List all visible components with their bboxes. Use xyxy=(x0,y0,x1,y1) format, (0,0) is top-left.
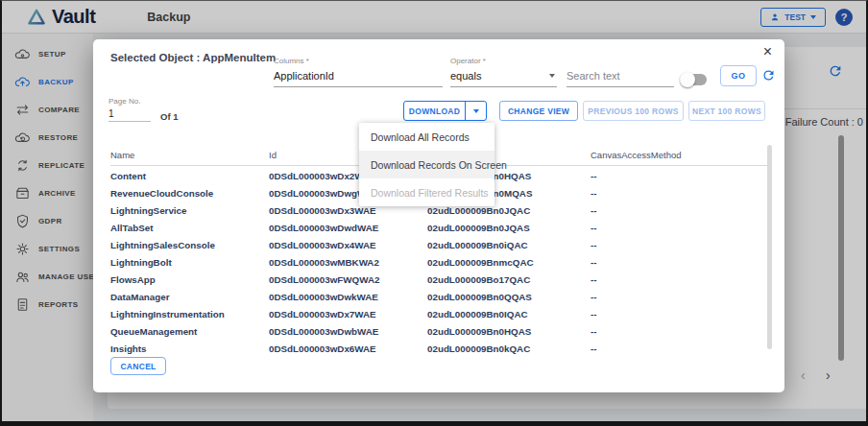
cell-id: 0DSdL000003wDx4WAE xyxy=(269,240,376,250)
cell-canvasaccessmethod: -- xyxy=(591,240,597,250)
cell-id: 0DSdL000003wDwbWAE xyxy=(269,326,378,337)
cell-applicationid: 02udL000009Bn0kQAC xyxy=(427,343,530,354)
cell-canvasaccessmethod: -- xyxy=(591,326,597,337)
cell-name: DataManager xyxy=(110,292,170,302)
cell-id: 0DSdL000003wDx3WAE xyxy=(269,205,376,216)
close-icon[interactable]: × xyxy=(763,44,772,59)
cell-name: LightningBolt xyxy=(110,257,172,268)
selected-object-modal: Selected Object : AppMenuItem × Columns … xyxy=(93,39,784,392)
change-view-button[interactable]: CHANGE VIEW xyxy=(499,101,578,121)
download-menu-item-label: Download All Records xyxy=(371,131,470,143)
chevron-down-icon xyxy=(473,109,479,113)
cell-applicationid: 02udL000009Bn0QQAS xyxy=(427,292,532,302)
table-row[interactable]: LightningSalesConsole 0DSdL000003wDx4WAE… xyxy=(110,237,771,254)
download-menu-item[interactable]: Download Records On Screen xyxy=(359,151,494,178)
previous-100-rows-button[interactable]: PREVIOUS 100 ROWS xyxy=(583,101,684,121)
table-row[interactable]: DataManager 0DSdL000003wDwkWAE 02udL0000… xyxy=(110,289,771,306)
cell-name: QueueManagement xyxy=(110,326,197,337)
cell-canvasaccessmethod: -- xyxy=(591,309,597,320)
table-row[interactable]: LightningInstrumentation 0DSdL000003wDx7… xyxy=(110,306,771,323)
search-input[interactable] xyxy=(567,66,674,87)
app-window: Vault Backup TEST ? SETUP xyxy=(0,0,868,426)
cell-name: LightningInstrumentation xyxy=(110,309,225,320)
page-no-label: Page No. xyxy=(108,97,178,106)
download-menu-item[interactable]: Download All Records xyxy=(359,123,494,151)
operator-label: Operator * xyxy=(450,57,557,66)
modal-title: Selected Object : AppMenuItem xyxy=(110,52,276,63)
cell-applicationid: 02udL000009Bn0JQAC xyxy=(427,205,530,216)
download-menu-item-label: Download Records On Screen xyxy=(371,159,507,171)
chevron-down-icon xyxy=(549,74,555,78)
cell-applicationid: 02udL000009Bo17QAC xyxy=(427,274,530,285)
cell-canvasaccessmethod: -- xyxy=(591,188,597,199)
cell-id: 0DSdL000003wFWQWA2 xyxy=(269,274,379,285)
download-menu-item[interactable]: Download Filtered Results xyxy=(359,178,494,206)
download-menu-toggle[interactable] xyxy=(465,102,486,120)
table-row[interactable]: LightningBolt 0DSdL000003wMBKWA2 02udL00… xyxy=(110,254,771,272)
cell-applicationid: 02udL000009Bn0iQAC xyxy=(427,240,528,250)
header-canvasaccessmethod: CanvasAccessMethod xyxy=(591,150,682,160)
cell-name: RevenueCloudConsole xyxy=(110,188,213,199)
page-number-input[interactable]: 1 xyxy=(108,108,151,122)
toggle-knob xyxy=(680,72,695,87)
cell-name: AllTabSet xyxy=(110,223,153,233)
cancel-button[interactable]: CANCEL xyxy=(110,357,166,375)
cell-canvasaccessmethod: -- xyxy=(591,292,597,302)
search-field xyxy=(567,57,674,87)
operator-field[interactable]: Operator * equals xyxy=(450,57,557,87)
cell-canvasaccessmethod: -- xyxy=(591,257,597,268)
page-of-label: Of 1 xyxy=(160,111,178,122)
cell-name: FlowsApp xyxy=(110,274,156,285)
operator-value: equals xyxy=(450,70,481,82)
header-id: Id xyxy=(269,150,277,160)
cell-id: 0DSdL000003wDwdWAE xyxy=(269,223,378,233)
cell-canvasaccessmethod: -- xyxy=(591,171,597,181)
columns-label: Columns * xyxy=(274,57,443,66)
download-label: DOWNLOAD xyxy=(404,106,465,116)
cell-id: 0DSdL000003wMBKWA2 xyxy=(269,257,379,268)
columns-field[interactable]: Columns * ApplicationId xyxy=(274,57,443,87)
table-row[interactable]: QueueManagement 0DSdL000003wDwbWAE 02udL… xyxy=(110,323,771,341)
cell-canvasaccessmethod: -- xyxy=(591,205,597,216)
cell-canvasaccessmethod: -- xyxy=(591,343,597,354)
cell-id: 0DSdL000003wDx7WAE xyxy=(269,309,376,320)
filter-toggle[interactable] xyxy=(682,74,707,85)
cell-name: Content xyxy=(110,171,146,181)
columns-value: ApplicationId xyxy=(274,70,334,82)
modal-refresh-button[interactable] xyxy=(761,68,776,86)
next-100-rows-button[interactable]: NEXT 100 ROWS xyxy=(688,101,765,121)
page-number-block: Page No. 1 Of 1 xyxy=(108,97,178,122)
header-name: Name xyxy=(110,150,134,160)
table-row[interactable]: Insights 0DSdL000003wDx6WAE 02udL000009B… xyxy=(110,341,771,358)
cell-applicationid: 02udL000009Bn0IQAC xyxy=(427,309,528,320)
cell-canvasaccessmethod: -- xyxy=(591,223,597,233)
download-button[interactable]: DOWNLOAD xyxy=(403,101,487,121)
cell-applicationid: 02udL000009Bn0JQAS xyxy=(427,223,530,233)
go-button[interactable]: GO xyxy=(720,65,757,86)
refresh-icon xyxy=(761,68,776,83)
cell-name: LightningService xyxy=(110,205,186,216)
cell-id: 0DSdL000003wDwkWAE xyxy=(269,292,378,302)
cell-name: LightningSalesConsole xyxy=(110,240,215,250)
table-row[interactable]: AllTabSet 0DSdL000003wDwdWAE 02udL000009… xyxy=(110,220,771,237)
download-menu-item-label: Download Filtered Results xyxy=(371,187,489,199)
cell-applicationid: 02udL000009Bn0HQAS xyxy=(427,326,531,337)
table-scrollbar[interactable] xyxy=(767,145,772,349)
cell-canvasaccessmethod: -- xyxy=(591,274,597,285)
cell-name: Insights xyxy=(110,343,147,354)
cell-id: 0DSdL000003wDx6WAE xyxy=(269,343,376,354)
download-menu: Download All Records Download Records On… xyxy=(359,123,494,206)
table-row[interactable]: FlowsApp 0DSdL000003wFWQWA2 02udL000009B… xyxy=(110,272,771,289)
cell-applicationid: 02udL000009BnmcQAC xyxy=(427,257,534,268)
